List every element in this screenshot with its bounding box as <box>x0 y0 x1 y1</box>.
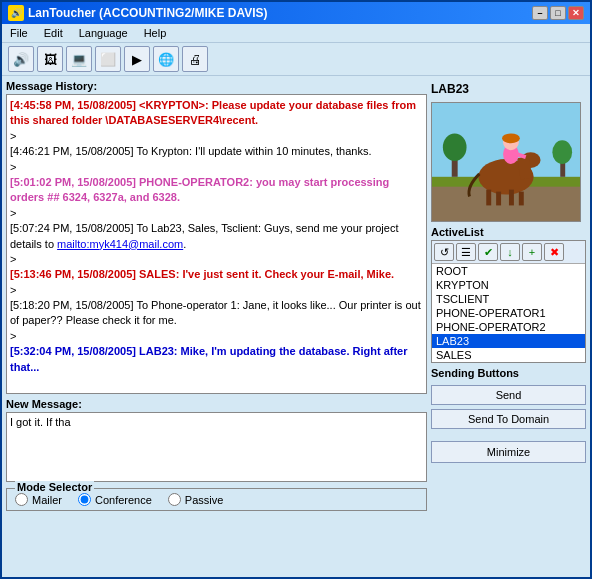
al-item-sales[interactable]: SALES <box>432 348 585 362</box>
toolbar-image-btn[interactable]: 🖼 <box>37 46 63 72</box>
svg-point-12 <box>502 133 520 143</box>
al-item-lab23[interactable]: LAB23 <box>432 334 585 348</box>
window-title: LanToucher (ACCOUNTING2/MIKE DAVIS) <box>28 6 268 20</box>
send-to-domain-button[interactable]: Send To Domain <box>431 409 586 429</box>
al-item-phone-op2[interactable]: PHONE-OPERATOR2 <box>432 320 585 334</box>
toolbar: 🔊 🖼 💻 ⬜ ▶ 🌐 🖨 <box>2 43 590 76</box>
menu-bar: File Edit Language Help <box>2 24 590 43</box>
left-panel: Message History: [4:45:58 PM, 15/08/2005… <box>6 80 427 573</box>
msg-prompt-5: > <box>10 283 423 298</box>
svg-rect-8 <box>509 190 514 206</box>
msg-prompt-3: > <box>10 206 423 221</box>
al-item-root[interactable]: ROOT <box>432 264 585 278</box>
radio-mailer-label: Mailer <box>32 494 62 506</box>
title-controls: – □ ✕ <box>532 6 584 20</box>
close-window-btn[interactable]: ✕ <box>568 6 584 20</box>
toolbar-screen-btn[interactable]: 💻 <box>66 46 92 72</box>
al-btn-down[interactable]: ↓ <box>500 243 520 261</box>
msg-1: [4:45:58 PM, 15/08/2005] <KRYPTON>: Plea… <box>10 98 423 129</box>
radio-conference: Conference <box>78 493 152 506</box>
toolbar-sound-btn[interactable]: 🔊 <box>8 46 34 72</box>
al-btn-refresh[interactable]: ↺ <box>434 243 454 261</box>
menu-help[interactable]: Help <box>140 26 171 40</box>
svg-rect-9 <box>519 192 524 206</box>
msg-prompt-6: > <box>10 329 423 344</box>
msg-prompt-4: > <box>10 252 423 267</box>
app-icon: 🔊 <box>8 5 24 21</box>
radio-conference-input[interactable] <box>78 493 91 506</box>
msg-4: [5:07:24 PM, 15/08/2005] To Lab23, Sales… <box>10 221 423 252</box>
radio-mailer-input[interactable] <box>15 493 28 506</box>
active-list-label: ActiveList <box>431 226 586 238</box>
msg-prompt-1: > <box>10 129 423 144</box>
minimize-window-btn[interactable]: – <box>532 6 548 20</box>
mode-selector: Mode Selector Mailer Conference Passive <box>6 488 427 511</box>
svg-rect-7 <box>496 192 501 206</box>
message-history-box[interactable]: [4:45:58 PM, 15/08/2005] <KRYPTON>: Plea… <box>6 94 427 394</box>
radio-passive: Passive <box>168 493 224 506</box>
radio-mailer: Mailer <box>15 493 62 506</box>
new-message-label: New Message: <box>6 398 427 410</box>
al-btn-remove[interactable]: ✖ <box>544 243 564 261</box>
al-btn-add[interactable]: + <box>522 243 542 261</box>
active-list-toolbar: ↺ ☰ ✔ ↓ + ✖ <box>432 241 585 264</box>
minimize-button[interactable]: Minimize <box>431 441 586 463</box>
svg-point-15 <box>443 133 467 161</box>
msg-prompt-2: > <box>10 160 423 175</box>
toolbar-print-btn[interactable]: 🖨 <box>182 46 208 72</box>
main-window: 🔊 LanToucher (ACCOUNTING2/MIKE DAVIS) – … <box>0 0 592 579</box>
al-item-tsclient[interactable]: TSCLIENT <box>432 292 585 306</box>
menu-edit[interactable]: Edit <box>40 26 67 40</box>
msg-6: [5:18:20 PM, 15/08/2005] To Phone-operat… <box>10 298 423 329</box>
user-label: LAB23 <box>431 80 586 98</box>
msg-3: [5:01:02 PM, 15/08/2005] PHONE-OPERATOR2… <box>10 175 423 206</box>
al-btn-check[interactable]: ✔ <box>478 243 498 261</box>
active-list-section: ActiveList ↺ ☰ ✔ ↓ + ✖ ROOT KRYPTON TSCL… <box>431 226 586 363</box>
al-item-phone-op1[interactable]: PHONE-OPERATOR1 <box>432 306 585 320</box>
radio-passive-label: Passive <box>185 494 224 506</box>
message-history-section: Message History: [4:45:58 PM, 15/08/2005… <box>6 80 427 394</box>
title-bar: 🔊 LanToucher (ACCOUNTING2/MIKE DAVIS) – … <box>2 2 590 24</box>
msg-5: [5:13:46 PM, 15/08/2005] SALES: I've jus… <box>10 267 423 282</box>
msg-2: [4:46:21 PM, 15/08/2005] To Krypton: I'l… <box>10 144 423 159</box>
sending-buttons-section: Sending Buttons Send Send To Domain <box>431 367 586 429</box>
right-panel: LAB23 <box>431 80 586 573</box>
main-content: Message History: [4:45:58 PM, 15/08/2005… <box>2 76 590 577</box>
active-list-box: ↺ ☰ ✔ ↓ + ✖ ROOT KRYPTON TSCLIENT PHONE-… <box>431 240 586 363</box>
al-btn-list[interactable]: ☰ <box>456 243 476 261</box>
mode-selector-label: Mode Selector <box>15 481 94 493</box>
new-message-section: New Message: I got it. If tha <box>6 398 427 482</box>
svg-point-17 <box>552 140 572 164</box>
toolbar-play-btn[interactable]: ▶ <box>124 46 150 72</box>
radio-conference-label: Conference <box>95 494 152 506</box>
new-message-box[interactable]: I got it. If tha <box>6 412 427 482</box>
email-link[interactable]: mailto:myk414@mail.com <box>57 238 183 250</box>
send-button[interactable]: Send <box>431 385 586 405</box>
maximize-window-btn[interactable]: □ <box>550 6 566 20</box>
message-history-label: Message History: <box>6 80 427 92</box>
profile-svg <box>432 102 580 222</box>
menu-file[interactable]: File <box>6 26 32 40</box>
al-item-krypton[interactable]: KRYPTON <box>432 278 585 292</box>
toolbar-blank-btn[interactable]: ⬜ <box>95 46 121 72</box>
profile-image <box>431 102 581 222</box>
radio-passive-input[interactable] <box>168 493 181 506</box>
title-bar-left: 🔊 LanToucher (ACCOUNTING2/MIKE DAVIS) <box>8 5 268 21</box>
sending-buttons-label: Sending Buttons <box>431 367 586 379</box>
menu-language[interactable]: Language <box>75 26 132 40</box>
toolbar-web-btn[interactable]: 🌐 <box>153 46 179 72</box>
msg-7: [5:32:04 PM, 15/08/2005] LAB23: Mike, I'… <box>10 344 423 375</box>
svg-rect-6 <box>486 190 491 206</box>
